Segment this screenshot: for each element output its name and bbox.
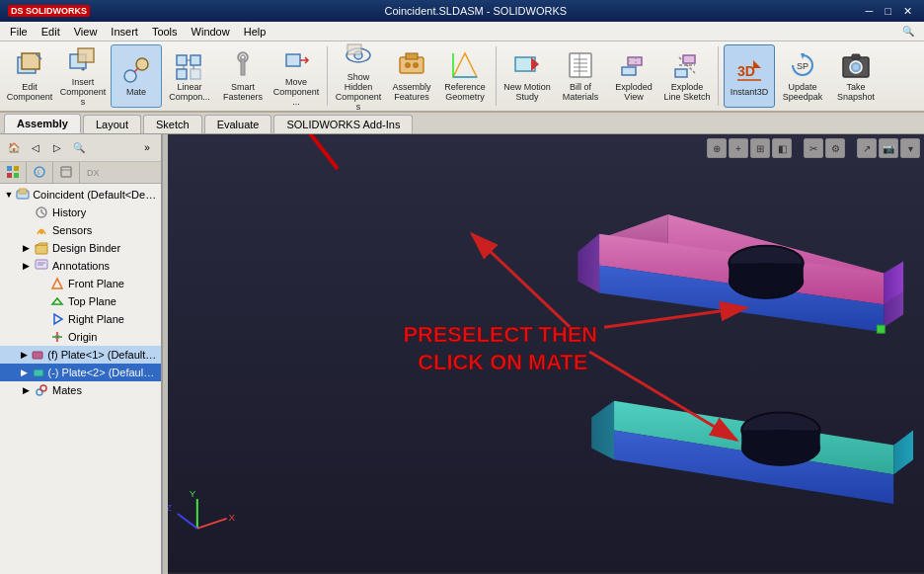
tree-item-mates[interactable]: ▶ Mates: [0, 381, 161, 399]
instant3d-icon: 3D: [733, 54, 765, 86]
menu-insert[interactable]: Insert: [105, 24, 144, 40]
zoom-to-fit-btn[interactable]: ⊕: [707, 138, 727, 158]
toolbar-btn-assembly-features[interactable]: Assembly Features: [386, 44, 437, 108]
menu-tools[interactable]: Tools: [146, 24, 184, 40]
tab-layout[interactable]: Layout: [83, 115, 141, 133]
tree-expand-sensors: [20, 224, 32, 236]
toolbar-btn-edit-component[interactable]: Edit Component: [4, 44, 55, 108]
toolbar-btn-explode-line[interactable]: Explode Line Sketch: [661, 44, 713, 108]
more-btn[interactable]: ▾: [900, 138, 920, 158]
sidebar-search-btn[interactable]: 🔍: [69, 138, 89, 158]
svg-rect-90: [741, 430, 819, 448]
tree-label-front-plane: Front Plane: [68, 278, 124, 289]
toolbar-btn-linear-component[interactable]: Linear Compon...: [164, 44, 215, 108]
sidebar-tab-config[interactable]: [53, 162, 80, 183]
menu-window[interactable]: Window: [186, 24, 236, 40]
menu-help[interactable]: Help: [238, 24, 272, 40]
tree-expand-annotations: ▶: [20, 260, 32, 272]
feature-tree-panel: 🏠 ◁ ▷ 🔍 » i DX ▼: [0, 134, 163, 574]
tree-item-annotations[interactable]: ▶ Annotations: [0, 257, 161, 275]
menu-file[interactable]: File: [4, 24, 34, 40]
reference-geometry-label: Reference Geometry: [441, 83, 489, 103]
tree-expand-plate1: ▶: [20, 349, 29, 361]
view-settings-btn[interactable]: ⚙: [825, 138, 845, 158]
main-area: 🏠 ◁ ▷ 🔍 » i DX ▼: [0, 134, 924, 574]
svg-text:PRESELECT THEN: PRESELECT THEN: [403, 322, 597, 347]
sidebar-tab-dim-xpert[interactable]: DX: [80, 162, 106, 183]
sidebar-tab-feature-manager[interactable]: [0, 162, 27, 183]
zoom-in-btn[interactable]: +: [729, 138, 748, 158]
toolbar-separator-1: [327, 46, 328, 106]
tree-item-right-plane[interactable]: Right Plane: [0, 310, 161, 328]
svg-text:+: +: [81, 65, 86, 74]
tree-icon-right-plane: [49, 311, 65, 327]
tree-item-root[interactable]: ▼ Coincident (Default<Default_D: [0, 186, 161, 204]
view-orientation-btn[interactable]: ⊞: [750, 138, 770, 158]
svg-rect-12: [191, 69, 200, 79]
toolbar-btn-update-speedpak[interactable]: SP Update Speedpak: [777, 44, 828, 108]
toolbar-btn-insert-components[interactable]: + Insert Components: [57, 44, 109, 108]
tab-assembly[interactable]: Assembly: [4, 114, 81, 133]
camera-btn[interactable]: 📷: [879, 138, 898, 158]
tree-item-origin[interactable]: Origin: [0, 328, 161, 346]
svg-rect-34: [622, 67, 636, 75]
svg-line-60: [41, 212, 44, 214]
tab-solidworks-addins[interactable]: SOLIDWORKS Add-Ins: [273, 115, 413, 133]
svg-line-8: [134, 68, 138, 72]
tree-icon-mates: [34, 382, 49, 398]
app-logo: DS SOLIDWORKS: [8, 5, 90, 17]
mate-label: Mate: [126, 88, 146, 98]
3d-viewport[interactable]: ⊕ + ⊞ ◧ ✂ ⚙ ↗ 📷 ▾: [168, 134, 924, 574]
explode-line-label: Explode Line Sketch: [663, 83, 711, 103]
toolbar-btn-mate[interactable]: Mate: [111, 44, 162, 108]
svg-rect-53: [61, 167, 71, 177]
smart-fasteners-icon: [227, 49, 259, 81]
linear-component-icon: [174, 49, 205, 81]
menu-edit[interactable]: Edit: [36, 24, 66, 40]
tree-item-plate2[interactable]: ▶ (-) Plate<2> (Default<<Def...: [0, 364, 161, 381]
triad-btn[interactable]: ↗: [857, 138, 877, 158]
svg-rect-10: [191, 55, 200, 65]
sidebar-back-btn[interactable]: ◁: [26, 138, 45, 158]
view-display-btn[interactable]: ◧: [772, 138, 792, 158]
tree-item-history[interactable]: History: [0, 204, 161, 221]
tree-expand-mates: ▶: [20, 384, 32, 396]
toolbar-btn-reference-geometry[interactable]: Reference Geometry: [439, 44, 491, 108]
toolbar-btn-instant3d[interactable]: 3D Instant3D: [724, 44, 775, 108]
menu-bar: File Edit View Insert Tools Window Help …: [0, 22, 924, 41]
tree-item-plate1[interactable]: ▶ (f) Plate<1> (Default<<Defa...: [0, 346, 161, 364]
toolbar-btn-exploded-view[interactable]: Exploded View: [608, 44, 659, 108]
menu-view[interactable]: View: [68, 24, 104, 40]
toolbar-btn-show-hidden[interactable]: Show Hidden Components: [333, 44, 384, 108]
linear-component-label: Linear Compon...: [166, 83, 213, 103]
tree-expand-root[interactable]: ▼: [4, 189, 14, 201]
title-bar: DS SOLIDWORKS Coincident.SLDASM - SOLIDW…: [0, 0, 924, 22]
toolbar-btn-move-components[interactable]: Move Component...: [270, 44, 322, 108]
svg-rect-49: [7, 173, 12, 178]
svg-rect-4: [78, 48, 94, 62]
tab-evaluate[interactable]: Evaluate: [204, 115, 272, 133]
tree-item-front-plane[interactable]: Front Plane: [0, 275, 161, 292]
toolbar-btn-smart-fasteners[interactable]: Smart Fasteners: [217, 44, 269, 108]
sidebar-expand-btn[interactable]: »: [137, 138, 157, 158]
svg-rect-48: [14, 166, 19, 171]
tree-item-design-binder[interactable]: ▶ Design Binder: [0, 239, 161, 257]
tree-item-sensors[interactable]: Sensors: [0, 221, 161, 239]
sidebar-home-btn[interactable]: 🏠: [4, 138, 24, 158]
toolbar-btn-bill-materials[interactable]: Bill of Materials: [555, 44, 606, 108]
tree-icon-front-plane: [49, 276, 65, 291]
window-controls[interactable]: ─ □ ✕: [862, 5, 916, 18]
update-speedpak-label: Update Speedpak: [779, 83, 826, 103]
svg-rect-11: [177, 69, 187, 79]
toolbar-btn-new-motion[interactable]: New Motion Study: [501, 44, 553, 108]
tree-item-top-plane[interactable]: Top Plane: [0, 292, 161, 310]
sidebar-tab-property-manager[interactable]: i: [27, 162, 53, 183]
tab-sketch[interactable]: Sketch: [143, 115, 202, 133]
take-snapshot-label: Take Snapshot: [832, 83, 880, 103]
toolbar-btn-take-snapshot[interactable]: Take Snapshot: [830, 44, 882, 108]
section-view-btn[interactable]: ✂: [804, 138, 823, 158]
move-components-label: Move Component...: [272, 78, 320, 108]
svg-point-45: [853, 64, 859, 70]
sidebar-forward-btn[interactable]: ▷: [47, 138, 67, 158]
move-components-icon: [280, 44, 312, 76]
